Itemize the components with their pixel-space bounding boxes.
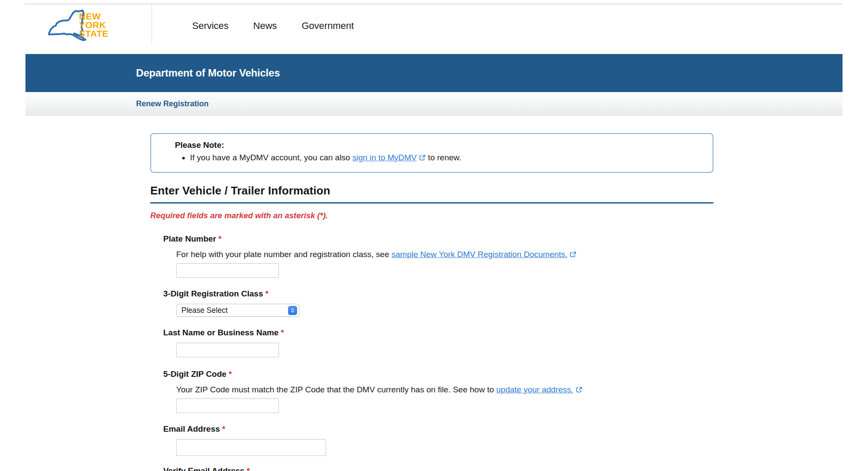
zip-code-input[interactable] [176,398,279,413]
select-stepper-icon [288,306,297,315]
breadcrumb: Renew Registration [136,99,209,108]
registration-form: Plate Number* For help with your plate n… [150,234,713,471]
registration-class-select[interactable]: Please Select [176,304,299,317]
section-title: Enter Vehicle / Trailer Information [150,184,713,204]
required-asterisk: * [265,289,268,298]
nav-item-news[interactable]: News [253,20,277,32]
sample-registration-documents-link[interactable]: sample New York DMV Registration Documen… [391,250,567,259]
note-item: If you have a MyDMV account, you can als… [190,153,704,162]
department-title: Department of Motor Vehicles [136,67,280,79]
required-asterisk: * [247,466,250,471]
zip-code-label: 5-Digit ZIP Code* [163,369,713,379]
required-asterisk: * [228,369,231,379]
email-input[interactable] [176,439,326,456]
last-name-input[interactable] [176,343,279,357]
required-asterisk: * [218,234,221,243]
external-link-icon[interactable] [570,251,577,258]
department-banner: Department of Motor Vehicles [25,54,843,92]
email-label: Email Address* [163,424,713,434]
verify-email-label: Verify Email Address* [163,466,713,471]
select-selected-value: Please Select [181,306,228,315]
page: NEW YORK STATE Services News Government … [0,0,868,471]
note-heading: Please Note: [175,140,704,150]
note-list: If you have a MyDMV account, you can als… [151,153,704,162]
update-your-address-link[interactable]: update your address. [496,385,573,394]
plate-number-input[interactable] [176,263,279,278]
note-text-prefix: If you have a MyDMV account, you can als… [190,153,352,162]
required-fields-note: Required fields are marked with an aster… [150,211,713,220]
nav-item-government[interactable]: Government [301,20,354,32]
note-text-suffix: to renew. [426,153,461,162]
header-divider [152,4,152,45]
external-link-icon[interactable] [576,386,583,393]
sign-in-mydmv-link[interactable]: sign in to MyDMV [352,153,417,162]
plate-number-label: Plate Number* [163,234,713,244]
utility-nav: Services News Government [192,4,354,48]
required-asterisk: * [222,424,225,433]
registration-class-label: 3-Digit Registration Class* [163,289,713,299]
external-link-icon[interactable] [419,154,426,161]
zip-help-text: Your ZIP Code must match the ZIP Code th… [176,385,713,395]
utility-header: NEW YORK STATE Services News Government [0,4,868,53]
nys-logo-wordmark: NEW YORK STATE [79,12,108,38]
last-name-label: Last Name or Business Name* [163,328,713,337]
nav-item-services[interactable]: Services [192,20,228,32]
nys-logo[interactable]: NEW YORK STATE [41,5,118,48]
required-asterisk: * [281,328,284,337]
plate-help-text: For help with your plate number and regi… [176,250,713,259]
please-note-box: Please Note: If you have a MyDMV account… [150,133,713,173]
breadcrumb-band: Renew Registration [25,92,843,116]
main-content: Please Note: If you have a MyDMV account… [150,133,713,471]
